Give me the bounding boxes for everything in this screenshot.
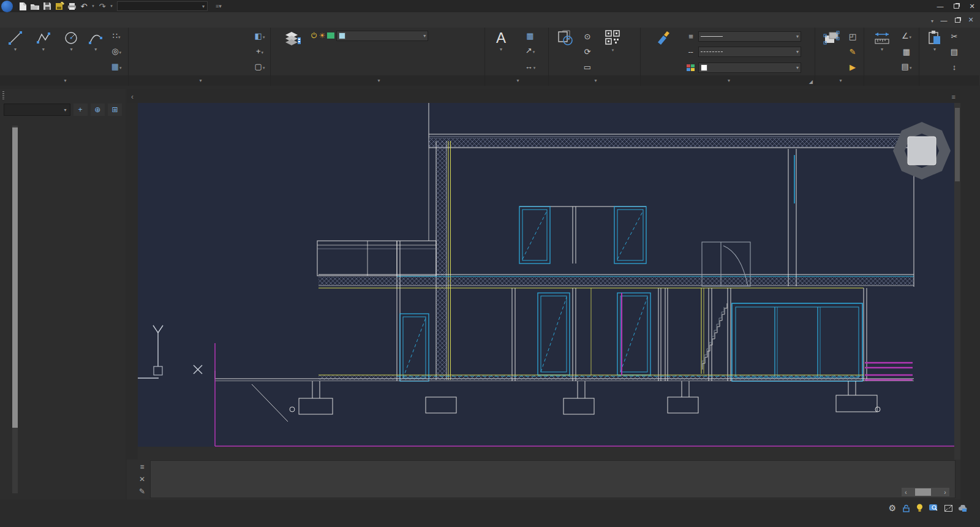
polyline-button[interactable]: ▾ [28,29,59,75]
clipboard-panel-label[interactable] [919,75,979,86]
table-icon[interactable]: ▦ [526,32,533,40]
properties-palette: ▾ + ⊕ ⊞ [0,89,126,499]
block-attr-icon-2[interactable]: ⟳ [584,48,591,56]
selection-selector[interactable]: ▾ [4,104,70,116]
cut-icon[interactable]: ✂ [951,32,958,41]
redo-icon[interactable]: ↷ [96,1,108,12]
redo-dropdown-icon[interactable]: ▾ [108,1,115,12]
tab-nav-left-icon[interactable]: ‹ [127,93,138,103]
scroll-right-icon[interactable]: › [941,489,949,496]
workspace-selector[interactable]: ▾ [117,1,208,11]
color-selector[interactable]: ▾ [698,63,801,73]
command-edit-icon[interactable]: ✎ [139,487,145,496]
modify-extra-icon-2[interactable]: +▾ [256,47,263,57]
measure-button[interactable]: ▾ [867,29,897,75]
draw-panel-label[interactable]: ▾ [0,75,128,86]
doc-minimize-button[interactable]: — [937,15,951,25]
color-grid-icon[interactable] [687,64,695,72]
hatch-tool-icon[interactable]: ◎▾ [111,47,121,57]
command-options-icon[interactable]: ≡ [140,463,144,471]
palette-scrollbar[interactable] [12,126,18,493]
save-icon[interactable] [41,1,53,12]
group-edit-icon[interactable]: ✎ [850,48,856,56]
unlock-icon[interactable] [902,504,910,512]
match-properties-button[interactable] [643,29,684,75]
calculator-icon[interactable]: ▦ [903,48,910,56]
line-button[interactable]: ▾ [2,29,28,75]
gstarcad-logo[interactable] [1,1,13,12]
appearance-menu[interactable]: ▾ [931,17,933,24]
command-line[interactable] [150,460,956,498]
ungroup-icon[interactable]: ◰ [849,32,856,41]
open-folder-icon[interactable] [29,1,41,12]
layer-selector[interactable]: ▾ [336,31,428,41]
block-attr-icon-3[interactable]: ▭ [584,63,591,72]
save-as-icon[interactable] [53,1,66,12]
layer-on-icon[interactable]: ⏻ [311,31,317,40]
view-cube [893,122,951,180]
close-button[interactable]: ✕ [964,1,980,12]
paste-special-icon[interactable]: ↕ [952,63,957,72]
linetype-selector[interactable]: ▾ [698,47,801,57]
block-panel-label[interactable]: ▾ [549,75,640,86]
tips-bulb-icon[interactable] [916,504,923,512]
scroll-left-icon[interactable]: ‹ [902,489,910,496]
cloud-sync-icon[interactable] [959,505,968,512]
undo-icon[interactable]: ↶ [78,1,90,12]
ribbon-tab-bar: ▾ — ✕ [0,12,980,28]
group-select-icon[interactable]: ▶ [850,63,856,72]
select-objects-button[interactable]: ⊕ [91,104,105,116]
toggle-pickadd-button[interactable]: ⊞ [108,104,122,116]
layer-unlock-icon[interactable] [327,32,334,39]
command-scrollbar[interactable]: ‹ › [902,488,949,496]
doc-close-button[interactable]: ✕ [964,15,978,25]
tab-menu-icon[interactable]: ≡ [952,93,960,103]
layer-properties-button[interactable] [273,29,311,75]
palette-header[interactable] [0,89,126,102]
lineweight-selector[interactable]: ▾ [698,31,801,42]
groups-panel-label[interactable]: ▾ [815,75,864,86]
panel-draw: ▾ ▾ ▾ ▾ ∷▾ ◎▾ ▦▾ ▾ [0,28,129,86]
settings-gear-icon[interactable]: ⚙ [888,503,896,513]
command-close-icon[interactable]: ✕ [139,475,145,483]
toolbar-customize-icon[interactable]: ≡▾ [213,1,225,12]
arc-button[interactable]: ▾ [84,29,107,75]
feedback-icon[interactable] [929,504,938,512]
quick-select-button[interactable]: + [74,104,88,116]
point-tool-icon[interactable]: ∷▾ [113,32,121,42]
drawing-canvas[interactable] [138,103,954,460]
modify-extra-icon-3[interactable]: ▢▾ [255,63,265,72]
circle-button[interactable]: ▾ [59,29,85,75]
utilities-panel-label[interactable] [864,75,919,86]
undo-dropdown-icon[interactable]: ▾ [90,1,96,12]
linetype-list-icon[interactable]: ╌ [688,48,693,57]
properties-dialog-launcher[interactable]: ◢ [809,79,813,85]
layer-panel-label[interactable]: ▾ [271,75,484,86]
region-tool-icon[interactable]: ▦▾ [111,63,122,72]
fullscreen-icon[interactable] [944,505,952,512]
qr-code-button[interactable]: ▾ [595,29,630,75]
copy-clip-icon[interactable]: ▤ [951,48,958,56]
dimension-icon[interactable]: ↔▾ [525,63,536,72]
plot-icon[interactable] [66,1,78,12]
minimize-button[interactable]: — [932,1,948,12]
canvas-scrollbar[interactable] [954,103,960,460]
new-file-icon[interactable] [17,1,29,12]
annotation-panel-label[interactable]: ▾ [485,75,548,86]
palette-grip[interactable] [2,91,4,100]
quick-select-icon[interactable]: ▤▾ [902,63,912,72]
point-style-icon[interactable]: ∠▾ [902,32,911,42]
block-attr-icon-1[interactable]: ⊙ [584,32,591,41]
modify-extra-icon-1[interactable]: ◧▾ [255,32,265,42]
restore-button[interactable] [948,1,964,12]
properties-panel-label[interactable]: ▾ [641,75,815,86]
paste-button[interactable]: ▾ [922,29,948,75]
lineweight-list-icon[interactable]: ≡ [688,32,693,41]
leader-icon[interactable]: ↗▾ [526,47,535,56]
layer-sun-icon[interactable]: ☀ [319,31,326,40]
modify-panel-label[interactable]: ▾ [129,75,270,86]
text-button[interactable]: A ▾ [488,29,514,75]
insert-button[interactable] [551,29,579,75]
doc-restore-button[interactable] [951,15,964,25]
group-button[interactable] [818,29,846,75]
